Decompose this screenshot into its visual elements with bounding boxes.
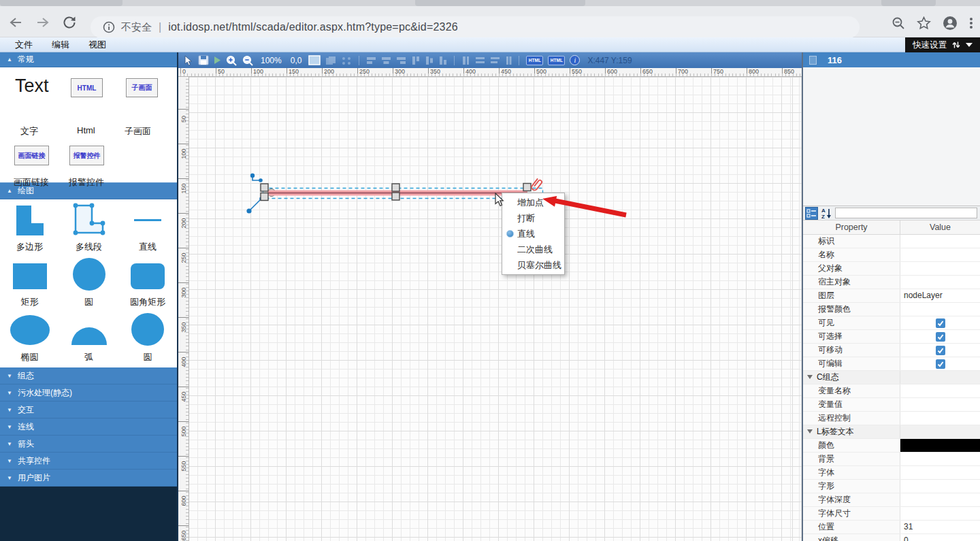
forward-icon[interactable] [35, 16, 50, 29]
palette-section-collapsed[interactable]: ▼ 共享控件 [0, 453, 177, 470]
context-menu-item-quadratic[interactable]: 二次曲线 [502, 242, 564, 257]
property-grid: 标识 名称 父对象 宿主对象 图层nodeLayer 报警颜色 可见 可选择 可… [803, 235, 980, 541]
canvas-toolbar: 100% 0,0 HTML HTML i X:447 Y:159 [178, 52, 802, 68]
palette-section-general[interactable]: ▲ 常规 [0, 52, 177, 67]
palette-shape-polyline[interactable]: 多线段 [73, 202, 105, 257]
play-icon[interactable] [214, 56, 221, 65]
palette-section-collapsed[interactable]: ▼ 用户图片 [0, 470, 177, 487]
property-row[interactable]: 标识 [803, 235, 980, 248]
palette-shape-circle2[interactable]: 圆 [131, 312, 165, 367]
browser-tab[interactable] [881, 0, 936, 6]
triangle-down-icon: ▼ [7, 373, 12, 379]
mouse-coordinates: X:447 Y:159 [587, 56, 632, 65]
property-row[interactable]: x偏移0 [803, 534, 980, 541]
browser-tab[interactable] [0, 0, 122, 6]
quick-settings-label: 快速设置 [913, 39, 947, 51]
context-menu-item-break[interactable]: 打断 [502, 210, 564, 226]
property-row[interactable]: 可移动 [803, 344, 980, 357]
html-export-icon[interactable]: HTML [526, 56, 543, 65]
rounded-rect-icon [130, 261, 165, 291]
palette-item-html[interactable]: HTML [71, 78, 103, 97]
context-menu-item-bezier[interactable]: 贝塞尔曲线 [502, 257, 564, 273]
checkbox-checked[interactable] [936, 359, 945, 369]
url-text[interactable]: iot.idosp.net/html/scada/editor.aspx.htm… [168, 21, 458, 33]
zoom-out-icon[interactable] [242, 55, 254, 66]
property-group-row[interactable]: L标签文本 [803, 425, 980, 439]
palette-section-collapsed[interactable]: ▼ 箭头 [0, 436, 177, 453]
palette-item-text-label: 文字 [20, 125, 38, 137]
palette-shape-polygon[interactable]: 多边形 [16, 202, 44, 257]
palette-shape-rectangle[interactable]: 矩形 [12, 257, 48, 312]
palette-shape-line[interactable]: 直线 [133, 202, 163, 257]
screen-icon[interactable] [308, 55, 321, 65]
color-swatch-black[interactable] [900, 439, 980, 452]
reload-icon[interactable] [63, 16, 78, 29]
palette-item-screenlink[interactable]: 画面链接 [14, 146, 49, 165]
palette-shape-arc[interactable]: 弧 [71, 312, 108, 367]
palette-sidebar: ▲ 常规 Text 文字 HTML Html 子画面 子画面 画面链接 画面链接… [0, 52, 177, 541]
property-row[interactable]: 可选择 [803, 330, 980, 344]
property-row[interactable]: 位置31 [803, 521, 980, 534]
back-icon[interactable] [8, 16, 23, 29]
property-filter-input[interactable] [835, 208, 977, 218]
palette-shape-circle[interactable]: 圆 [72, 257, 106, 312]
save-icon[interactable] [198, 55, 209, 65]
quick-settings-button[interactable]: 快速设置 [905, 37, 980, 52]
property-row[interactable]: 报警颜色 [803, 303, 980, 316]
sort-az-icon[interactable]: AZ [821, 207, 832, 220]
align-bottom-icon-disabled [438, 56, 447, 65]
browser-menu-icon[interactable] [969, 16, 973, 30]
property-row[interactable]: 背景 [803, 453, 980, 466]
context-menu-item-add-point[interactable]: 增加点 [502, 195, 564, 210]
property-group-row[interactable]: C组态 [803, 371, 980, 384]
origin-coords: 0,0 [291, 56, 302, 65]
checkbox-checked[interactable] [936, 332, 945, 342]
palette-shape-rounded-rect[interactable]: 圆角矩形 [130, 257, 165, 312]
inspector-title: 116 [828, 55, 842, 65]
palette-item-alarm[interactable]: 报警控件 [69, 146, 104, 165]
panel-toggle-icon[interactable] [809, 56, 817, 65]
palette-section-collapsed[interactable]: ▼ 组态 [0, 367, 177, 384]
property-row[interactable]: 可见 [803, 316, 980, 330]
palette-section-collapsed[interactable]: ▼ 连线 [0, 419, 177, 436]
property-row[interactable]: 远程控制 [803, 412, 980, 425]
info-icon[interactable] [103, 21, 115, 33]
palette-section-collapsed[interactable]: ▼ 污水处理(静态) [0, 384, 177, 401]
circle-icon [72, 257, 106, 291]
property-row[interactable]: 字体深度 [803, 493, 980, 507]
same-height-icon-disabled [475, 56, 485, 65]
property-row[interactable]: 颜色 [803, 439, 980, 453]
property-row[interactable]: 父对象 [803, 262, 980, 276]
palette-section-collapsed[interactable]: ▼ 交互 [0, 401, 177, 419]
property-row[interactable]: 名称 [803, 248, 980, 262]
checkbox-checked[interactable] [936, 318, 945, 328]
design-grid[interactable] [189, 77, 802, 541]
menu-item[interactable]: 文件 [5, 39, 42, 50]
categorize-icon[interactable] [805, 207, 818, 220]
property-row[interactable]: 变量名称 [803, 384, 980, 398]
context-menu-item-line[interactable]: 直线 [502, 226, 564, 242]
bookmark-star-icon[interactable] [917, 16, 931, 30]
section-label: 常规 [18, 54, 34, 65]
zoom-in-icon[interactable] [226, 55, 238, 66]
palette-item-subscreen[interactable]: 子画面 [126, 78, 158, 97]
menu-item[interactable]: 编辑 [42, 39, 79, 50]
html-view-icon[interactable]: HTML [548, 56, 565, 65]
palette-shape-ellipse[interactable]: 椭圆 [10, 312, 50, 367]
property-row[interactable]: 字体 [803, 466, 980, 480]
select-cursor-icon[interactable] [184, 55, 193, 66]
zoom-out-page-icon[interactable] [892, 16, 905, 30]
property-row[interactable]: 字体尺寸 [803, 507, 980, 521]
browser-tab[interactable] [415, 0, 585, 6]
property-row[interactable]: 变量值 [803, 398, 980, 412]
property-row[interactable]: 可编辑 [803, 357, 980, 371]
info-button[interactable]: i [570, 55, 580, 65]
menu-item[interactable]: 视图 [79, 39, 116, 50]
avatar-icon[interactable] [943, 16, 958, 31]
property-row[interactable]: 字形 [803, 480, 980, 493]
address-bar[interactable]: 不安全 | iot.idosp.net/html/scada/editor.as… [91, 16, 860, 38]
palette-item-text[interactable]: Text [15, 76, 49, 97]
property-row[interactable]: 图层nodeLayer [803, 289, 980, 303]
property-row[interactable]: 宿主对象 [803, 276, 980, 289]
checkbox-checked[interactable] [936, 346, 945, 355]
